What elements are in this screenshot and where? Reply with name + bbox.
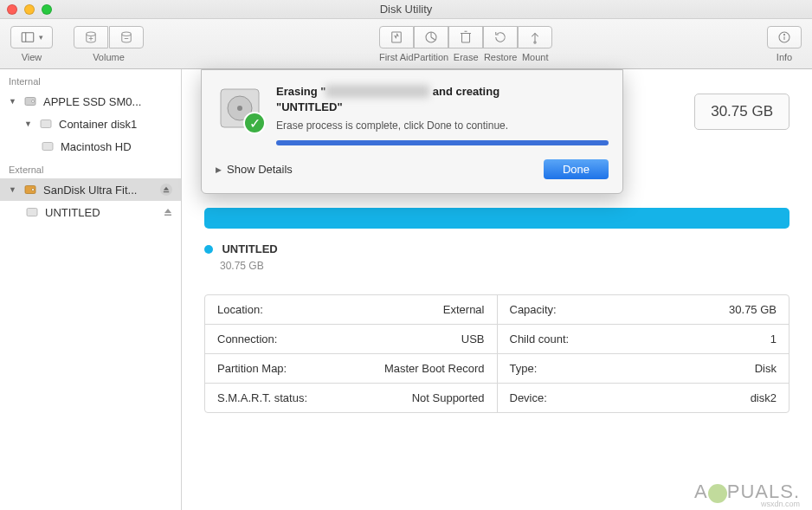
capacity-badge: 30.75 GB bbox=[694, 94, 789, 130]
volume-add-button[interactable] bbox=[74, 26, 108, 48]
legend-volume-name: UNTITLED bbox=[222, 242, 277, 255]
info-label: Connection: bbox=[217, 332, 277, 345]
restore-button[interactable] bbox=[483, 26, 518, 48]
info-label: S.M.A.R.T. status: bbox=[217, 391, 307, 404]
info-label: Device: bbox=[510, 391, 547, 404]
info-value: External bbox=[443, 303, 485, 316]
sheet-subtitle: Erase process is complete, click Done to… bbox=[276, 119, 609, 132]
restore-label: Restore bbox=[484, 52, 518, 62]
svg-rect-22 bbox=[42, 143, 53, 151]
info-label: Capacity: bbox=[510, 303, 557, 316]
sidebar-section-external: External bbox=[0, 158, 181, 178]
sidebar-item-label: Container disk1 bbox=[59, 118, 172, 131]
show-details-label: Show Details bbox=[227, 163, 293, 176]
sidebar-section-internal: Internal bbox=[0, 69, 181, 90]
zoom-window-button[interactable] bbox=[42, 4, 52, 15]
info-label: Location: bbox=[217, 303, 263, 316]
volume-label: Volume bbox=[93, 52, 125, 62]
volume-remove-icon bbox=[119, 29, 134, 45]
erase-complete-sheet: ✓ Erasing "________________ and creating… bbox=[201, 69, 623, 194]
internal-disk-icon bbox=[23, 94, 38, 109]
info-row-child-count: Child count: 1 bbox=[498, 325, 789, 354]
sheet-title: Erasing "________________ and creating "… bbox=[276, 84, 609, 114]
info-row-location: Location: External bbox=[205, 295, 497, 325]
disk-large-icon: ✓ bbox=[216, 84, 264, 132]
svg-rect-21 bbox=[41, 120, 51, 128]
sidebar-item-container[interactable]: ▼ Container disk1 bbox=[0, 113, 181, 135]
info-label: Info bbox=[777, 52, 792, 62]
first-aid-label: First Aid bbox=[379, 52, 414, 62]
done-button[interactable]: Done bbox=[544, 159, 609, 179]
sidebar-item-label: APPLE SSD SM0... bbox=[43, 95, 172, 108]
svg-point-18 bbox=[783, 34, 784, 35]
svg-point-2 bbox=[87, 32, 96, 36]
info-row-type: Type: Disk bbox=[498, 354, 789, 384]
sidebar-view-icon bbox=[20, 29, 35, 45]
partition-label: Partition bbox=[414, 52, 448, 62]
eject-icon bbox=[163, 186, 170, 193]
view-button[interactable]: ▾ bbox=[10, 26, 53, 48]
info-row-device: Device: disk2 bbox=[498, 384, 789, 412]
show-details-toggle[interactable]: ▶ Show Details bbox=[216, 163, 293, 176]
sidebar-item-untitled[interactable]: UNTITLED bbox=[0, 201, 181, 223]
info-row-capacity: Capacity: 30.75 GB bbox=[498, 295, 789, 325]
eject-icon bbox=[164, 208, 172, 216]
checkmark-icon: ✓ bbox=[243, 112, 266, 134]
first-aid-button[interactable] bbox=[379, 26, 414, 48]
sidebar: Internal ▼ APPLE SSD SM0... ▼ Container … bbox=[0, 69, 182, 510]
erase-icon bbox=[458, 29, 474, 45]
sidebar-item-label: UNTITLED bbox=[45, 206, 158, 219]
first-aid-icon bbox=[389, 29, 404, 45]
info-table: Location: External Connection: USB Parti… bbox=[204, 294, 789, 413]
svg-rect-29 bbox=[164, 214, 171, 216]
sidebar-item-apple-ssd[interactable]: ▼ APPLE SSD SM0... bbox=[0, 90, 181, 113]
watermark-url: wsxdn.com bbox=[761, 500, 800, 508]
sidebar-item-sandisk[interactable]: ▼ SanDisk Ultra Fit... bbox=[0, 178, 181, 201]
svg-point-20 bbox=[32, 100, 35, 103]
minimize-window-button[interactable] bbox=[24, 4, 35, 15]
partition-button[interactable] bbox=[414, 26, 448, 48]
info-label: Child count: bbox=[510, 332, 570, 345]
eject-button[interactable] bbox=[160, 184, 172, 196]
window-titlebar: Disk Utility bbox=[0, 0, 812, 19]
svg-point-24 bbox=[32, 189, 35, 191]
svg-marker-28 bbox=[164, 209, 171, 213]
info-icon bbox=[777, 29, 792, 45]
info-button[interactable] bbox=[767, 26, 802, 48]
sidebar-item-macintosh-hd[interactable]: Macintosh HD bbox=[0, 135, 181, 158]
close-window-button[interactable] bbox=[7, 4, 17, 15]
info-value: 1 bbox=[770, 332, 777, 345]
sidebar-item-label: Macintosh HD bbox=[61, 140, 172, 153]
info-value: 30.75 GB bbox=[729, 303, 777, 316]
external-volume-icon bbox=[24, 204, 40, 220]
volume-remove-button[interactable] bbox=[109, 26, 144, 48]
eject-button[interactable] bbox=[164, 206, 172, 219]
info-label: Type: bbox=[510, 362, 538, 375]
erase-label: Erase bbox=[454, 52, 479, 62]
info-value: Master Boot Record bbox=[384, 362, 485, 375]
usage-legend: UNTITLED 30.75 GB bbox=[204, 241, 789, 272]
disclosure-triangle-icon[interactable]: ▼ bbox=[9, 185, 17, 194]
mount-button[interactable] bbox=[518, 26, 552, 48]
disclosure-triangle-icon[interactable]: ▼ bbox=[24, 119, 33, 128]
info-value: disk2 bbox=[751, 391, 777, 404]
sheet-progress-bar bbox=[276, 140, 609, 145]
info-label: Partition Map: bbox=[217, 362, 287, 375]
svg-rect-0 bbox=[22, 32, 34, 42]
disclosure-triangle-icon: ▶ bbox=[216, 165, 222, 174]
info-row-partition-map: Partition Map: Master Boot Record bbox=[205, 354, 497, 384]
restore-icon bbox=[493, 29, 508, 45]
view-label: View bbox=[22, 52, 42, 62]
erase-button[interactable] bbox=[448, 26, 483, 48]
disclosure-triangle-icon[interactable]: ▼ bbox=[9, 97, 17, 106]
info-value: Not Supported bbox=[412, 391, 485, 404]
toolbar: ▾ View Volume First Aid Partition bbox=[0, 19, 812, 69]
sidebar-item-label: SanDisk Ultra Fit... bbox=[43, 184, 155, 197]
usage-bar bbox=[204, 208, 789, 229]
info-value: USB bbox=[461, 332, 485, 345]
volume-disk-icon bbox=[40, 139, 55, 154]
external-disk-icon bbox=[23, 182, 38, 197]
svg-point-15 bbox=[534, 41, 536, 42]
svg-rect-27 bbox=[27, 209, 37, 216]
svg-rect-11 bbox=[462, 33, 470, 42]
